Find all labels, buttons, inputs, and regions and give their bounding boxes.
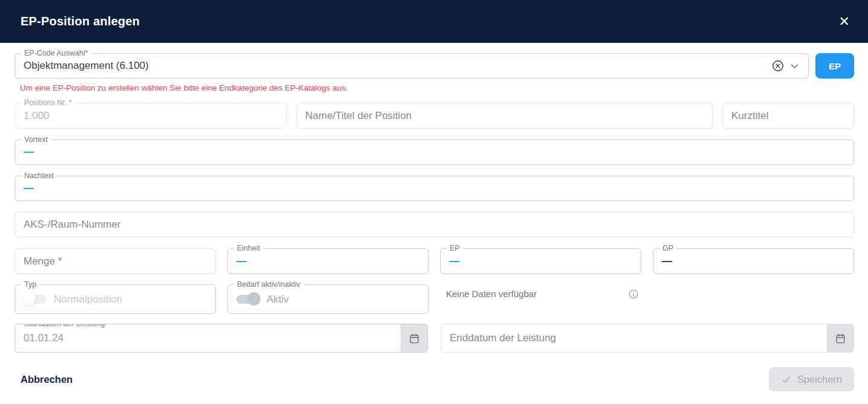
check-icon (781, 374, 791, 385)
menge-row: Einheit — EP — GP — (15, 248, 854, 274)
typ-toggle-thumb (22, 292, 36, 306)
startdatum-field: Startdatum der Leistung * (15, 324, 428, 353)
menge-field (15, 248, 216, 274)
clear-icon[interactable] (771, 59, 785, 72)
nachtext-label: Nachtext (21, 172, 57, 180)
dates-row: Startdatum der Leistung * (15, 324, 854, 353)
gp-value: — (662, 255, 672, 268)
ep-code-icons (771, 59, 800, 72)
close-icon[interactable]: ✕ (837, 13, 852, 31)
bedarf-field: Bedarf aktiv/inaktiv Aktiv (227, 284, 429, 314)
startdatum-label: Startdatum der Leistung * (21, 324, 113, 328)
kurztitel-field (722, 103, 854, 129)
position-nr-label: Positions Nr. * (21, 98, 75, 107)
kurztitel-input[interactable] (731, 110, 845, 122)
menge-input[interactable] (24, 255, 207, 268)
startdatum-input[interactable] (24, 332, 401, 344)
vortext-value: — (24, 146, 33, 158)
gp-label: GP (659, 244, 676, 252)
typ-toggle-label: Normalposition (54, 293, 122, 306)
bedarf-toggle-thumb (247, 292, 261, 306)
vortext-field[interactable]: Vortext — (15, 139, 854, 165)
nachtext-field[interactable]: Nachtext — (15, 176, 854, 201)
calendar-icon[interactable] (401, 324, 427, 352)
save-button-label: Speichern (797, 374, 842, 385)
chevron-down-icon[interactable] (789, 61, 800, 71)
nachtext-value: — (24, 182, 33, 194)
ep-label: EP (447, 244, 463, 252)
dialog-footer: Abbrechen Speichern (0, 367, 868, 391)
no-data-row: Keine Daten verfügbar (440, 284, 641, 314)
bedarf-label: Bedarf aktiv/inaktiv (234, 280, 303, 289)
calendar-icon[interactable] (827, 324, 853, 352)
einheit-field[interactable]: Einheit — (227, 248, 429, 274)
typ-row: Typ Normalposition Bedarf aktiv/inaktiv … (15, 284, 854, 314)
einheit-value: — (236, 255, 246, 268)
error-message: Um eine EP-Position zu erstellen wählen … (20, 83, 854, 92)
name-titel-field (296, 103, 713, 129)
ep-value: — (449, 255, 459, 268)
dialog-header: EP-Position anlegen ✕ (0, 0, 868, 43)
save-button[interactable]: Speichern (769, 367, 854, 391)
name-titel-input[interactable] (305, 110, 704, 122)
typ-toggle[interactable] (24, 295, 47, 304)
position-nr-field: Positions Nr. * (15, 103, 287, 129)
gp-field[interactable]: GP — (653, 248, 854, 274)
ep-code-value: Objektmanagement (6.100) (24, 60, 149, 72)
bedarf-toggle-label: Aktiv (267, 293, 289, 306)
aks-raum-input[interactable] (24, 219, 845, 231)
enddatum-input[interactable] (450, 332, 827, 344)
dialog-body: EP-Code Auswahl* Objektmanagement (6.100… (0, 43, 868, 353)
typ-label: Typ (21, 280, 39, 289)
no-data-text: Keine Daten verfügbar (446, 289, 537, 299)
aks-raum-field (15, 212, 854, 237)
ep-code-select[interactable]: EP-Code Auswahl* Objektmanagement (6.100… (15, 53, 809, 79)
position-nr-input (24, 110, 277, 122)
info-icon[interactable] (628, 289, 639, 300)
typ-field: Typ Normalposition (15, 284, 216, 314)
ep-button[interactable]: EP (815, 53, 854, 79)
einheit-label: Einheit (234, 244, 263, 252)
ep-code-label: EP-Code Auswahl* (21, 49, 91, 57)
ep-field[interactable]: EP — (440, 248, 641, 274)
vortext-label: Vortext (21, 135, 51, 144)
enddatum-field (441, 324, 854, 353)
page-title: EP-Position anlegen (21, 14, 140, 28)
ep-code-row: EP-Code Auswahl* Objektmanagement (6.100… (15, 53, 854, 79)
position-row: Positions Nr. * (15, 103, 854, 129)
bedarf-toggle[interactable] (236, 295, 259, 304)
cancel-button[interactable]: Abbrechen (21, 374, 73, 385)
